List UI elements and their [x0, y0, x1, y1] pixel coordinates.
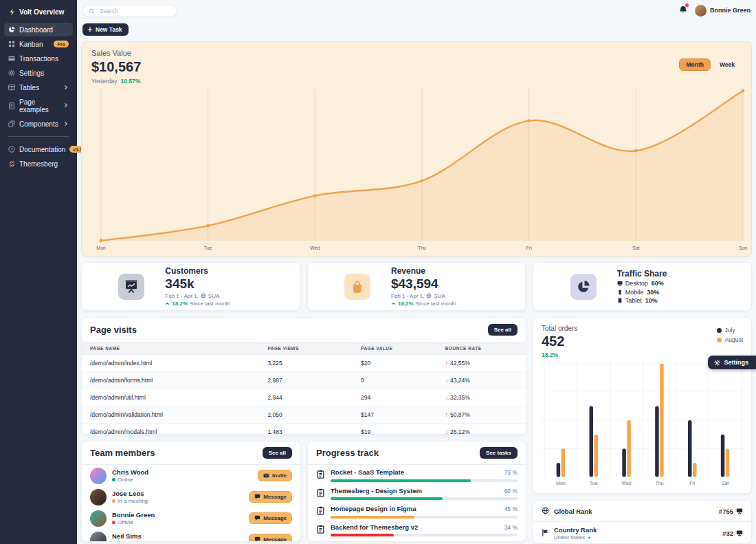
stat-period: Feb 1 - Apr 1,SUA — [391, 293, 489, 299]
sidebar-item-dashboard[interactable]: Dashboard — [4, 23, 73, 36]
page-name-cell: /demo/admin/modals.html — [82, 424, 259, 435]
project-name: Rocket - SaaS Template — [331, 468, 404, 476]
brand[interactable]: Volt Overview — [0, 3, 77, 22]
toggle-week[interactable]: Week — [713, 58, 742, 71]
svg-text:Thu: Thu — [418, 246, 426, 250]
page-value-cell: 294 — [353, 389, 437, 406]
sales-period: Yesterday — [91, 78, 118, 85]
clipboard-icon — [316, 488, 325, 500]
page-name-cell: /demo/admin/util.html — [82, 389, 259, 406]
arrow-down-icon: ↓ — [445, 377, 448, 384]
page-value-cell: $147 — [353, 406, 437, 424]
clipboard-icon — [316, 524, 325, 536]
progress-item: Rocket - SaaS Template75 % — [308, 465, 526, 483]
traffic-label: Desktop — [625, 280, 648, 287]
sales-header: Sales Value $10,567 Yesterday10.57% — [82, 42, 751, 85]
svg-text:Tue: Tue — [590, 481, 598, 486]
message-button[interactable]: Message — [249, 512, 292, 524]
progress-bar — [331, 497, 518, 500]
page-views-cell: 3,225 — [259, 355, 353, 372]
search-box[interactable] — [82, 5, 177, 17]
team-member-row: Bonnie GreenOfflineMessage — [82, 508, 300, 529]
grid-icon — [8, 41, 15, 47]
member-name: Jose Leos — [112, 490, 148, 497]
stat-change: 18,2%Since last month — [165, 301, 263, 307]
sidebar-item-page-examples[interactable]: Page examples — [4, 95, 73, 116]
clipboard-icon — [316, 505, 325, 518]
svg-text:Wed: Wed — [621, 481, 631, 486]
stat-title: Customers — [165, 266, 263, 276]
sidebar-item-themesberg[interactable]: Themesberg — [4, 157, 73, 171]
search-input[interactable] — [98, 7, 171, 15]
sidebar-item-kanban[interactable]: KanbanPro — [4, 37, 73, 51]
project-name: Homepage Design in Figma — [331, 505, 416, 512]
member-status: In a meeting — [112, 498, 148, 504]
bounce-rate-cell: ↑50,87% — [437, 406, 526, 424]
column-header: Page value — [353, 342, 437, 355]
brand-title: Volt Overview — [19, 8, 64, 16]
legend-dot — [717, 328, 722, 333]
arrow-down-icon: ↓ — [445, 394, 448, 401]
new-task-button[interactable]: New Task — [82, 23, 129, 36]
country-rank-row: Country RankUnited States#32 — [533, 522, 751, 544]
sidebar-item-label: Dashboard — [19, 26, 53, 34]
page-views-cell: 2,987 — [259, 372, 353, 389]
search-icon — [89, 8, 95, 14]
sales-line-chart: MonTueWedThuFriSatSun — [82, 85, 751, 255]
see-all-button[interactable]: See all — [488, 324, 518, 336]
stat-card-revenue: Revenue$43,594Feb 1 - Apr 1,SUA18,2%Sinc… — [307, 262, 526, 311]
sidebar-item-label: Documentation — [19, 146, 65, 153]
credit-card-icon — [8, 55, 15, 62]
sidebar-item-label: Tables — [19, 84, 39, 91]
see-tasks-button[interactable]: See tasks — [480, 447, 518, 459]
tablet-icon — [617, 298, 623, 303]
stat-card-traffic-share: Traffic ShareDesktop60%Mobile30%Tablet10… — [533, 262, 752, 311]
stat-title: Traffic Share — [617, 269, 715, 279]
chevron-right-icon — [63, 84, 69, 91]
shopping-bag-icon-box — [344, 274, 370, 300]
stats-row: Customers345kFeb 1 - Apr 1,SUA18,2%Since… — [81, 262, 752, 311]
monitor-icon — [736, 530, 743, 536]
sidebar-item-tables[interactable]: Tables — [4, 80, 73, 94]
badge: Pro — [54, 41, 69, 47]
page-views-cell: 1,483 — [259, 424, 353, 435]
rank-value: #32 — [722, 530, 743, 537]
sidebar-item-label: Transactions — [19, 55, 58, 63]
traffic-row-desktop: Desktop60% — [617, 280, 715, 287]
mobile-icon — [617, 290, 623, 295]
pie-icon — [577, 280, 590, 294]
components-icon — [8, 120, 15, 127]
sidebar-item-documentation[interactable]: ?Documentationv1.3 — [4, 142, 73, 156]
svg-text:Mon: Mon — [556, 481, 566, 486]
presentation-chart-icon — [124, 280, 138, 294]
column-header: Bounce rate — [437, 342, 526, 355]
user-name: Bonnie Green — [710, 7, 751, 14]
stat-card-customers: Customers345kFeb 1 - Apr 1,SUA18,2%Since… — [81, 262, 300, 311]
message-button[interactable]: Message — [249, 534, 292, 542]
toggle-month[interactable]: Month — [679, 58, 711, 71]
column-header: Page name — [82, 342, 259, 355]
team-member-row: Jose LeosIn a meetingMessage — [82, 486, 300, 508]
rank-label: Global Rank — [554, 508, 592, 515]
sidebar-item-settings[interactable]: Settings — [4, 66, 73, 80]
progress-bar — [331, 534, 518, 536]
sidebar-divider — [8, 136, 69, 137]
sales-change: 10.57% — [121, 78, 141, 85]
settings-button[interactable]: Settings — [708, 356, 756, 369]
user-menu[interactable]: Bonnie Green — [695, 5, 751, 17]
notification-dot — [685, 3, 689, 7]
globe-icon — [426, 293, 432, 298]
global-rank-row: Global Rank#755 — [533, 501, 751, 522]
notifications-bell-icon[interactable] — [679, 4, 687, 17]
sidebar-item-transactions[interactable]: Transactions — [4, 52, 73, 65]
orders-bar-chart: MonTueWedThuFriSat — [542, 356, 744, 488]
settings-button-label: Settings — [724, 359, 748, 366]
team-members-card: Team members See all Chris WoodOnlineInv… — [81, 441, 301, 542]
traffic-value: 10% — [645, 297, 658, 304]
message-button[interactable]: Message — [249, 491, 292, 503]
total-orders-title: Total orders — [542, 325, 743, 332]
invite-button[interactable]: Invite — [258, 470, 292, 481]
team-see-all-button[interactable]: See all — [263, 447, 292, 459]
table-row: /demo/admin/forms.html2,9870↓43,24% — [82, 372, 526, 389]
sidebar-item-components[interactable]: Components — [4, 117, 73, 131]
